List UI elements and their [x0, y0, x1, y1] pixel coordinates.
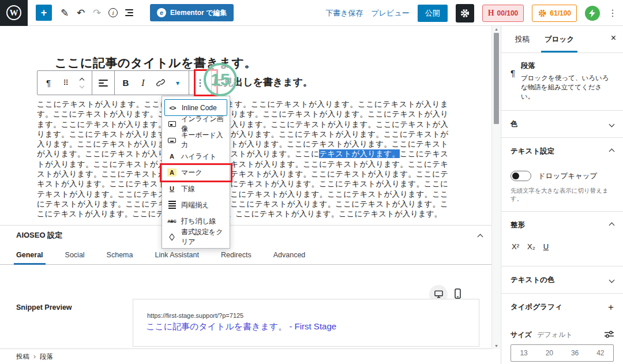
gear-icon: [460, 8, 470, 18]
size-option-20[interactable]: 20: [536, 345, 562, 361]
drop-cap-description: 先頭文字を大きな表示に切り替えます。: [511, 187, 614, 203]
tab-block[interactable]: ブロック: [545, 26, 574, 52]
section-label: テキスト設定: [511, 147, 554, 156]
preview-button[interactable]: プレビュー: [371, 8, 409, 18]
breadcrumb-paragraph[interactable]: 段落: [40, 352, 53, 361]
tab-advanced[interactable]: Advanced: [273, 245, 306, 264]
underline-button[interactable]: U: [543, 242, 549, 251]
headline-score-value: 00/100: [497, 9, 519, 17]
bold-button[interactable]: B: [117, 72, 134, 94]
alignment-group: [92, 71, 115, 95]
collapse-chevron-up-icon[interactable]: [478, 234, 483, 239]
menu-item-label: 打ち消し線: [181, 216, 216, 226]
breadcrumb-post[interactable]: 投稿: [16, 352, 29, 361]
menu-item-justify[interactable]: 両端揃え: [162, 197, 230, 213]
block-toolbar: ¶ ⠿ B I: [37, 70, 212, 95]
font-size-segmented-control: 13 20 36 42: [511, 344, 614, 362]
italic-button[interactable]: I: [134, 72, 152, 94]
menu-item-clear-formatting[interactable]: 書式設定をクリア: [162, 229, 230, 245]
tab-social[interactable]: Social: [65, 245, 85, 264]
tab-general[interactable]: General: [16, 245, 43, 264]
options-menu-button[interactable]: ⋮: [608, 7, 617, 18]
move-down-button[interactable]: [80, 84, 84, 88]
sliders-icon[interactable]: [605, 331, 614, 338]
headline-h-icon: H: [488, 9, 494, 18]
details-button[interactable]: i: [105, 5, 121, 21]
scrollbar-thumb[interactable]: [494, 33, 499, 124]
close-icon: ×: [611, 33, 616, 43]
section-text-color[interactable]: テキストの色: [501, 267, 623, 294]
paragraph-text-after: ここにテキストが入ります。ここにテキストが入ります。ここにテキストが入ります。こ…: [37, 149, 448, 218]
edit-tool-button[interactable]: ✎: [57, 5, 73, 21]
chevron-down-icon: [609, 277, 615, 283]
info-icon: i: [108, 8, 118, 17]
performance-plugin-button[interactable]: [585, 6, 600, 21]
align-button[interactable]: [95, 72, 112, 94]
scroll-down-icon[interactable]: ▼: [492, 344, 501, 348]
settings-sidebar: 投稿 ブロック × ¶ 段落 ブロックを使って、いろいろな物語を組み立ててくださ…: [501, 26, 623, 364]
list-view-button[interactable]: [121, 5, 137, 21]
snippet-preview-card: https://first-stage.support/?p=7125 ここに記…: [133, 299, 479, 347]
drop-cap-label: ドロップキャップ: [538, 171, 597, 181]
wordpress-logo[interactable]: W: [0, 0, 28, 26]
typography-panel: サイズ デフォルト 13 20 36 42: [501, 321, 623, 364]
aioseo-header[interactable]: AIOSEO 設定: [0, 226, 491, 245]
close-sidebar-button[interactable]: ×: [611, 33, 616, 43]
add-block-button[interactable]: +: [36, 5, 52, 21]
typography-add-button[interactable]: +: [608, 302, 614, 313]
menu-item-keyboard-input[interactable]: キーボード入力: [162, 132, 230, 148]
section-label: 整形: [511, 220, 525, 230]
aioseo-score-badge[interactable]: 61/100: [532, 5, 577, 22]
more-formats-dropdown: <> Inline Code インライン画像 キーボード入力 A ハイライト A…: [162, 96, 230, 249]
superscript-button[interactable]: X²: [512, 242, 519, 251]
section-typography[interactable]: タイポグラフィ +: [501, 294, 623, 321]
menu-item-mark[interactable]: A マーク: [162, 164, 230, 181]
section-label: タイポグラフィ: [511, 302, 562, 312]
section-color[interactable]: 色: [501, 111, 623, 138]
paragraph-block-button[interactable]: ¶: [40, 72, 57, 94]
aioseo-score-value: 61/100: [550, 9, 571, 17]
size-option-36[interactable]: 36: [562, 345, 588, 361]
move-up-button[interactable]: [80, 78, 84, 82]
seo-headline-score-badge[interactable]: H 00/100: [482, 5, 524, 22]
snippet-title-link[interactable]: ここに記事のタイトルを書きます。 - First Stage: [146, 321, 336, 332]
link-dropdown-button[interactable]: ▾: [169, 72, 186, 94]
sidebar-tab-bar: 投稿 ブロック ×: [501, 26, 623, 53]
caret-down-icon: ▾: [176, 79, 179, 87]
editor-scrollbar[interactable]: ▲ ▼: [491, 26, 500, 349]
scroll-up-icon[interactable]: ▲: [492, 27, 501, 31]
menu-item-underline[interactable]: U 下線: [162, 181, 230, 197]
aioseo-gear-icon: [538, 9, 547, 18]
size-option-13[interactable]: 13: [511, 345, 536, 361]
drag-handle[interactable]: ⠿: [57, 72, 74, 94]
redo-button[interactable]: ↷: [89, 5, 105, 21]
menu-item-inline-code[interactable]: <> Inline Code: [164, 99, 227, 116]
link-button[interactable]: [152, 72, 169, 94]
aioseo-title: AIOSEO 設定: [16, 230, 62, 241]
menu-item-highlight[interactable]: A ハイライト: [162, 148, 230, 164]
drop-cap-toggle[interactable]: [511, 171, 531, 181]
publish-button[interactable]: 公開: [418, 5, 448, 22]
paragraph-block[interactable]: ここにテキストが入ります。ここにテキストが入ります。ここにテキストが入ります。こ…: [37, 99, 448, 219]
tab-schema[interactable]: Schema: [107, 245, 133, 264]
section-formatting[interactable]: 整形: [501, 212, 623, 239]
menu-item-label: 両端揃え: [181, 200, 209, 210]
tab-post[interactable]: 投稿: [515, 26, 530, 52]
save-draft-button[interactable]: 下書き保存: [325, 8, 363, 18]
block-card: ¶ 段落 ブロックを使って、いろいろな物語を組み立ててください。: [501, 53, 623, 111]
edit-with-elementor-button[interactable]: e Elementor で編集: [150, 4, 234, 21]
pilcrow-icon: ¶: [511, 68, 515, 101]
undo-button[interactable]: ↶: [73, 5, 89, 21]
mark-a-icon: A: [167, 168, 177, 177]
menu-item-strikethrough[interactable]: ABC 打ち消し線: [162, 213, 230, 229]
size-value: デフォルト: [537, 331, 572, 339]
section-text-settings[interactable]: テキスト設定: [501, 138, 623, 165]
menu-item-label: マーク: [181, 168, 202, 178]
settings-button[interactable]: [456, 4, 474, 22]
menu-item-inline-image[interactable]: インライン画像: [162, 116, 230, 132]
size-option-42[interactable]: 42: [588, 345, 613, 361]
menu-item-label: 書式設定をクリア: [181, 227, 224, 247]
subscript-button[interactable]: X₂: [527, 242, 535, 251]
inline-image-icon: [167, 121, 177, 127]
chevron-down-icon: [80, 83, 84, 88]
